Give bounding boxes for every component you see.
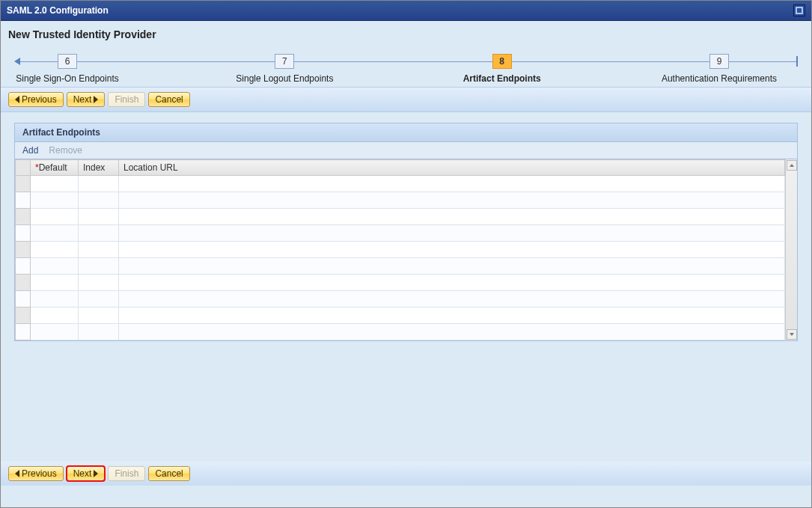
cell-default[interactable] [31,176,79,192]
cancel-button[interactable]: Cancel [148,466,189,481]
wizard-more-left-icon [14,58,20,65]
maximize-icon[interactable] [793,4,805,16]
button-label: Next [73,468,92,479]
panel-title: Artifact Endpoints [15,123,797,142]
cell-location-url[interactable] [119,242,785,258]
table-row[interactable] [16,176,785,192]
cell-location-url[interactable] [119,324,785,340]
wizard-step-number: 8 [492,54,512,69]
col-default[interactable]: *Default [31,160,79,176]
cell-index[interactable] [79,324,119,340]
wizard-step-number: 9 [709,54,729,69]
next-button[interactable]: Next [67,92,106,107]
cell-location-url[interactable] [119,307,785,324]
table-row[interactable] [16,307,785,324]
cell-index[interactable] [79,209,119,225]
cell-index[interactable] [79,291,119,307]
col-location-url[interactable]: Location URL [119,160,785,176]
button-label: Previous [22,468,57,479]
wizard-step-9[interactable]: 9 Authentication Requirements [709,54,729,69]
cell-location-url[interactable] [119,176,785,192]
table-row[interactable] [16,209,785,225]
cell-default[interactable] [31,209,79,225]
cell-index[interactable] [79,307,119,324]
cell-default[interactable] [31,192,79,209]
cell-index[interactable] [79,192,119,209]
row-selector[interactable] [16,242,31,258]
next-button[interactable]: Next [67,466,106,481]
cancel-button[interactable]: Cancel [148,92,189,107]
wizard-step-8[interactable]: 8 Artifact Endpoints [492,54,512,69]
endpoints-table: *Default Index Location URL [15,159,785,340]
scroll-up-icon[interactable] [787,160,797,171]
triangle-left-icon [15,96,19,103]
cell-location-url[interactable] [119,275,785,291]
cell-location-url[interactable] [119,209,785,225]
cell-location-url[interactable] [119,258,785,275]
table-row[interactable] [16,242,785,258]
vertical-scrollbar[interactable] [785,159,797,340]
cell-location-url[interactable] [119,291,785,307]
row-selector[interactable] [16,275,31,291]
wizard-step-label: Artifact Endpoints [463,73,541,84]
page-subtitle: New Trusted Identity Provider [1,21,811,45]
row-selector[interactable] [16,258,31,275]
cell-default[interactable] [31,324,79,340]
row-selector[interactable] [16,291,31,307]
row-selector[interactable] [16,307,31,324]
table-row[interactable] [16,258,785,275]
cell-index[interactable] [79,176,119,192]
button-label: Finish [115,94,138,105]
toolbar-top: Previous Next Finish Cancel [1,87,811,112]
svg-rect-0 [796,7,802,13]
cell-default[interactable] [31,275,79,291]
triangle-left-icon [15,470,19,477]
row-selector[interactable] [16,209,31,225]
cell-index[interactable] [79,275,119,291]
row-selector[interactable] [16,225,31,242]
remove-action: Remove [49,145,82,156]
triangle-right-icon [94,470,98,477]
table-row[interactable] [16,192,785,209]
button-label: Finish [115,468,138,479]
wizard-step-number: 6 [58,54,77,69]
cell-default[interactable] [31,242,79,258]
wizard-step-number: 7 [275,54,294,69]
wizard-track: 6 Single Sign-On Endpoints 7 Single Logo… [1,45,811,87]
wizard-step-label: Single Sign-On Endpoints [16,73,118,84]
previous-button[interactable]: Previous [8,466,64,481]
row-selector[interactable] [16,324,31,340]
wizard-step-7[interactable]: 7 Single Logout Endpoints [275,54,294,69]
previous-button[interactable]: Previous [8,92,64,107]
add-action[interactable]: Add [22,145,38,156]
table-row[interactable] [16,225,785,242]
cell-default[interactable] [31,258,79,275]
toolbar-bottom: Previous Next Finish Cancel [1,462,811,486]
triangle-right-icon [94,96,98,103]
window-title: SAML 2.0 Configuration [7,5,109,16]
wizard-step-6[interactable]: 6 Single Sign-On Endpoints [58,54,77,69]
cell-index[interactable] [79,225,119,242]
table-row[interactable] [16,324,785,340]
cell-location-url[interactable] [119,192,785,209]
table-row[interactable] [16,275,785,291]
col-index[interactable]: Index [79,160,119,176]
wizard-step-label: Authentication Requirements [662,73,777,84]
artifact-endpoints-panel: Artifact Endpoints Add Remove *Default I… [14,123,798,341]
finish-button: Finish [108,92,145,107]
row-selector[interactable] [16,192,31,209]
cell-default[interactable] [31,307,79,324]
cell-default[interactable] [31,291,79,307]
row-selector-header [16,160,31,176]
button-label: Cancel [155,468,183,479]
cell-index[interactable] [79,242,119,258]
cell-default[interactable] [31,225,79,242]
scroll-down-icon[interactable] [787,329,797,340]
title-bar: SAML 2.0 Configuration [1,1,811,21]
button-label: Previous [22,94,57,105]
cell-location-url[interactable] [119,225,785,242]
table-row[interactable] [16,291,785,307]
cell-index[interactable] [79,258,119,275]
button-label: Cancel [155,94,183,105]
row-selector[interactable] [16,176,31,192]
